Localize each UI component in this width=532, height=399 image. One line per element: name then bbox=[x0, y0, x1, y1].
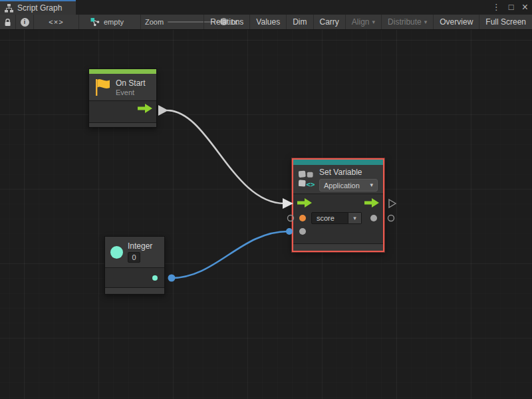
node-on-start[interactable]: On Start Event bbox=[88, 68, 157, 128]
chevron-down-icon: ▾ bbox=[424, 19, 428, 25]
node-title: On Start bbox=[116, 78, 146, 88]
control-input-port[interactable] bbox=[297, 198, 312, 207]
node-title: Set Variable bbox=[319, 168, 378, 177]
align-button[interactable]: Align ▾ bbox=[345, 15, 381, 29]
variable-name-dropdown-button[interactable]: ▾ bbox=[348, 212, 362, 224]
button-label: Values bbox=[256, 17, 280, 27]
node-title: Integer bbox=[128, 241, 152, 251]
button-label: Relations bbox=[210, 17, 243, 27]
lock-icon bbox=[4, 18, 11, 27]
node-footer bbox=[89, 122, 156, 127]
wire-layer bbox=[0, 30, 532, 399]
variables-icon: <> bbox=[299, 168, 315, 191]
zoom-label: Zoom bbox=[145, 15, 164, 29]
scope-value: Application bbox=[324, 182, 360, 190]
button-label: Align bbox=[352, 17, 370, 27]
overview-button[interactable]: Overview bbox=[433, 15, 479, 29]
window-menu-icon[interactable]: ⋮ bbox=[492, 0, 501, 15]
event-color-stripe bbox=[89, 69, 156, 74]
wire-start-dot bbox=[168, 275, 176, 282]
graph-breadcrumb[interactable]: empty bbox=[90, 15, 124, 29]
variable-name-value: score bbox=[317, 214, 334, 222]
toolbar-separator bbox=[140, 15, 141, 29]
button-label: Carry bbox=[320, 17, 339, 27]
variable-name-field[interactable]: score bbox=[311, 212, 348, 224]
title-bar: Script Graph ⋮ □ × bbox=[0, 0, 532, 15]
chevron-down-icon: ▾ bbox=[370, 182, 373, 188]
angle-brackets-glyph: <> bbox=[306, 180, 315, 189]
lock-button[interactable] bbox=[0, 15, 16, 29]
info-button[interactable]: i bbox=[16, 15, 34, 29]
object-input-port[interactable] bbox=[299, 215, 306, 221]
tab-script-graph[interactable]: Script Graph bbox=[0, 0, 76, 15]
tab-title: Script Graph bbox=[17, 3, 62, 13]
flag-icon bbox=[94, 78, 111, 96]
variable-scope-dropdown[interactable]: Application ▾ bbox=[319, 179, 378, 192]
variable-name-dropdown[interactable]: score ▾ bbox=[311, 212, 362, 224]
chevron-down-icon: ▾ bbox=[372, 19, 376, 25]
info-icon: i bbox=[21, 18, 29, 27]
code-preview-button[interactable]: <×> bbox=[34, 15, 79, 29]
value-input-port[interactable] bbox=[299, 228, 306, 235]
value-output-port[interactable] bbox=[370, 215, 377, 221]
node-subtitle: Event bbox=[116, 88, 146, 96]
circle-literal-icon bbox=[110, 246, 123, 259]
control-output-port[interactable] bbox=[364, 198, 379, 207]
button-label: Dim bbox=[293, 17, 307, 27]
node-set-variable[interactable]: <> Set Variable Application ▾ bbox=[292, 158, 384, 252]
fullscreen-button[interactable]: Full Screen bbox=[479, 15, 532, 29]
button-label: Distribute bbox=[388, 17, 422, 27]
value-wire[interactable] bbox=[172, 231, 288, 278]
wire-start-arrow bbox=[158, 105, 168, 116]
window-maximize-icon[interactable]: □ bbox=[509, 0, 514, 15]
distribute-button[interactable]: Distribute ▾ bbox=[381, 15, 433, 29]
button-label: Full Screen bbox=[485, 17, 526, 27]
code-brackets-icon: <×> bbox=[49, 18, 63, 26]
external-control-output-indicator bbox=[389, 200, 396, 207]
external-value-output-indicator bbox=[388, 215, 394, 221]
window-close-icon[interactable]: × bbox=[522, 0, 528, 15]
toolbar-button-row: Relations Values Dim Carry Align ▾ Distr… bbox=[203, 15, 532, 29]
node-integer[interactable]: Integer 0 bbox=[104, 236, 165, 295]
relations-button[interactable]: Relations bbox=[203, 15, 249, 29]
carry-button[interactable]: Carry bbox=[313, 15, 345, 29]
node-footer bbox=[105, 287, 164, 294]
value-output-port[interactable] bbox=[152, 275, 158, 281]
graph-toolbar: i <×> empty Zoom 1x Relations Values Dim… bbox=[0, 15, 532, 30]
graph-canvas[interactable]: On Start Event Integer 0 bbox=[0, 30, 532, 399]
integer-value: 0 bbox=[132, 253, 136, 261]
chevron-down-icon: ▾ bbox=[353, 215, 356, 221]
variable-color-stripe bbox=[293, 160, 383, 165]
info-glyph: i bbox=[24, 19, 26, 25]
integer-value-field[interactable]: 0 bbox=[128, 252, 140, 263]
button-label: Overview bbox=[440, 17, 473, 27]
dim-button[interactable]: Dim bbox=[286, 15, 313, 29]
control-wire[interactable] bbox=[167, 110, 285, 203]
graph-pointer-icon bbox=[90, 17, 100, 27]
script-graph-icon bbox=[5, 4, 13, 13]
graph-breadcrumb-label: empty bbox=[104, 18, 124, 26]
node-footer bbox=[293, 243, 383, 251]
control-output-port[interactable] bbox=[138, 104, 152, 113]
values-button[interactable]: Values bbox=[249, 15, 286, 29]
